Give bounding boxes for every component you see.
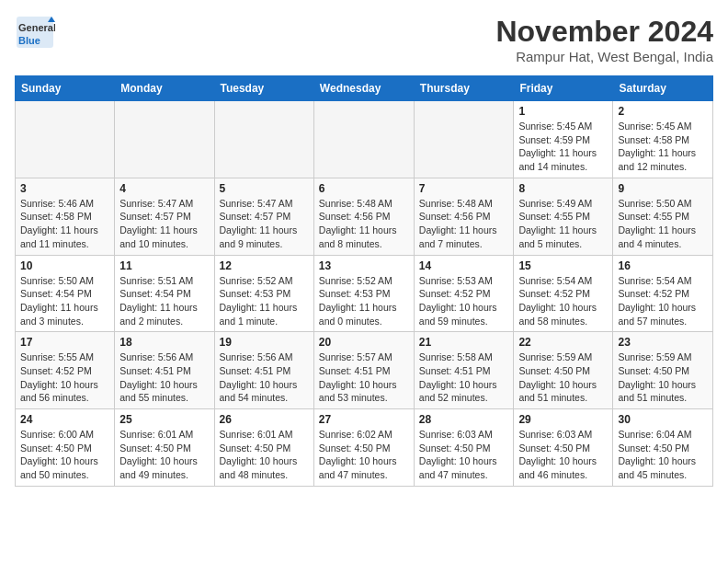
day-info: Sunrise: 6:04 AM Sunset: 4:50 PM Dayligh… bbox=[618, 428, 708, 482]
day-number: 14 bbox=[419, 259, 509, 272]
calendar-cell: 23Sunrise: 5:59 AM Sunset: 4:50 PM Dayli… bbox=[613, 332, 713, 409]
day-info: Sunrise: 6:01 AM Sunset: 4:50 PM Dayligh… bbox=[220, 428, 309, 482]
day-number: 23 bbox=[618, 336, 708, 349]
calendar-cell: 21Sunrise: 5:58 AM Sunset: 4:51 PM Dayli… bbox=[414, 332, 514, 409]
day-info: Sunrise: 6:02 AM Sunset: 4:50 PM Dayligh… bbox=[319, 428, 409, 482]
calendar-cell: 10Sunrise: 5:50 AM Sunset: 4:54 PM Dayli… bbox=[16, 255, 115, 332]
day-number: 4 bbox=[119, 182, 209, 195]
col-header-wednesday: Wednesday bbox=[313, 76, 414, 101]
day-info: Sunrise: 5:55 AM Sunset: 4:52 PM Dayligh… bbox=[20, 350, 109, 405]
day-number: 12 bbox=[220, 259, 309, 272]
col-header-friday: Friday bbox=[514, 76, 613, 101]
day-info: Sunrise: 5:50 AM Sunset: 4:54 PM Dayligh… bbox=[20, 274, 109, 328]
day-number: 25 bbox=[119, 413, 209, 426]
day-number: 10 bbox=[20, 259, 109, 272]
day-info: Sunrise: 5:56 AM Sunset: 4:51 PM Dayligh… bbox=[220, 350, 309, 405]
calendar-cell: 20Sunrise: 5:57 AM Sunset: 4:51 PM Dayli… bbox=[313, 332, 414, 409]
day-info: Sunrise: 5:48 AM Sunset: 4:56 PM Dayligh… bbox=[319, 197, 409, 251]
day-number: 8 bbox=[518, 182, 608, 195]
col-header-tuesday: Tuesday bbox=[214, 76, 313, 101]
day-number: 28 bbox=[419, 413, 509, 426]
calendar-cell: 6Sunrise: 5:48 AM Sunset: 4:56 PM Daylig… bbox=[313, 178, 414, 255]
day-number: 2 bbox=[618, 105, 708, 118]
calendar-cell: 8Sunrise: 5:49 AM Sunset: 4:55 PM Daylig… bbox=[514, 178, 613, 255]
day-info: Sunrise: 5:59 AM Sunset: 4:50 PM Dayligh… bbox=[518, 350, 608, 405]
day-number: 11 bbox=[119, 259, 209, 272]
day-number: 30 bbox=[618, 413, 708, 426]
day-info: Sunrise: 5:52 AM Sunset: 4:53 PM Dayligh… bbox=[319, 274, 409, 328]
calendar-week-row: 1Sunrise: 5:45 AM Sunset: 4:59 PM Daylig… bbox=[16, 101, 713, 178]
calendar-cell: 19Sunrise: 5:56 AM Sunset: 4:51 PM Dayli… bbox=[214, 332, 313, 409]
day-info: Sunrise: 5:57 AM Sunset: 4:51 PM Dayligh… bbox=[319, 350, 409, 405]
calendar-cell: 5Sunrise: 5:47 AM Sunset: 4:57 PM Daylig… bbox=[214, 178, 313, 255]
col-header-thursday: Thursday bbox=[414, 76, 514, 101]
day-info: Sunrise: 5:54 AM Sunset: 4:52 PM Dayligh… bbox=[618, 274, 708, 328]
calendar-body: 1Sunrise: 5:45 AM Sunset: 4:59 PM Daylig… bbox=[16, 101, 713, 487]
day-info: Sunrise: 5:50 AM Sunset: 4:55 PM Dayligh… bbox=[618, 197, 708, 251]
day-number: 21 bbox=[419, 336, 509, 349]
day-number: 5 bbox=[220, 182, 309, 195]
calendar-cell: 7Sunrise: 5:48 AM Sunset: 4:56 PM Daylig… bbox=[414, 178, 514, 255]
page-header: General Blue November 2024 Rampur Hat, W… bbox=[15, 15, 713, 64]
logo: General Blue bbox=[15, 15, 55, 50]
day-number: 17 bbox=[20, 336, 109, 349]
day-number: 3 bbox=[20, 182, 109, 195]
calendar-cell: 16Sunrise: 5:54 AM Sunset: 4:52 PM Dayli… bbox=[613, 255, 713, 332]
calendar-cell: 3Sunrise: 5:46 AM Sunset: 4:58 PM Daylig… bbox=[16, 178, 115, 255]
day-number: 24 bbox=[20, 413, 109, 426]
day-number: 7 bbox=[419, 182, 509, 195]
day-info: Sunrise: 5:59 AM Sunset: 4:50 PM Dayligh… bbox=[618, 350, 708, 405]
calendar-header-row: SundayMondayTuesdayWednesdayThursdayFrid… bbox=[16, 76, 713, 101]
day-info: Sunrise: 6:00 AM Sunset: 4:50 PM Dayligh… bbox=[20, 428, 109, 482]
day-number: 27 bbox=[319, 413, 409, 426]
day-number: 22 bbox=[518, 336, 608, 349]
calendar-week-row: 10Sunrise: 5:50 AM Sunset: 4:54 PM Dayli… bbox=[16, 255, 713, 332]
day-info: Sunrise: 6:03 AM Sunset: 4:50 PM Dayligh… bbox=[419, 428, 509, 482]
calendar-cell: 12Sunrise: 5:52 AM Sunset: 4:53 PM Dayli… bbox=[214, 255, 313, 332]
day-info: Sunrise: 5:45 AM Sunset: 4:58 PM Dayligh… bbox=[618, 120, 708, 174]
location-subtitle: Rampur Hat, West Bengal, India bbox=[495, 49, 713, 64]
calendar-cell: 2Sunrise: 5:45 AM Sunset: 4:58 PM Daylig… bbox=[613, 101, 713, 178]
day-number: 26 bbox=[220, 413, 309, 426]
day-info: Sunrise: 5:49 AM Sunset: 4:55 PM Dayligh… bbox=[518, 197, 608, 251]
calendar-cell: 22Sunrise: 5:59 AM Sunset: 4:50 PM Dayli… bbox=[514, 332, 613, 409]
calendar-cell: 25Sunrise: 6:01 AM Sunset: 4:50 PM Dayli… bbox=[115, 409, 214, 487]
day-info: Sunrise: 5:52 AM Sunset: 4:53 PM Dayligh… bbox=[220, 274, 309, 328]
day-info: Sunrise: 6:01 AM Sunset: 4:50 PM Dayligh… bbox=[119, 428, 209, 482]
logo-icon: General Blue bbox=[15, 15, 55, 50]
day-number: 9 bbox=[618, 182, 708, 195]
day-info: Sunrise: 5:53 AM Sunset: 4:52 PM Dayligh… bbox=[419, 274, 509, 328]
calendar-week-row: 17Sunrise: 5:55 AM Sunset: 4:52 PM Dayli… bbox=[16, 332, 713, 409]
col-header-monday: Monday bbox=[115, 76, 214, 101]
day-number: 13 bbox=[319, 259, 409, 272]
month-title: November 2024 bbox=[495, 15, 713, 49]
calendar-cell: 13Sunrise: 5:52 AM Sunset: 4:53 PM Dayli… bbox=[313, 255, 414, 332]
calendar-week-row: 3Sunrise: 5:46 AM Sunset: 4:58 PM Daylig… bbox=[16, 178, 713, 255]
day-info: Sunrise: 5:56 AM Sunset: 4:51 PM Dayligh… bbox=[119, 350, 209, 405]
calendar-cell: 17Sunrise: 5:55 AM Sunset: 4:52 PM Dayli… bbox=[16, 332, 115, 409]
col-header-sunday: Sunday bbox=[16, 76, 115, 101]
title-block: November 2024 Rampur Hat, West Bengal, I… bbox=[495, 15, 713, 64]
day-info: Sunrise: 5:46 AM Sunset: 4:58 PM Dayligh… bbox=[20, 197, 109, 251]
day-number: 6 bbox=[319, 182, 409, 195]
calendar-cell: 26Sunrise: 6:01 AM Sunset: 4:50 PM Dayli… bbox=[214, 409, 313, 487]
day-info: Sunrise: 5:54 AM Sunset: 4:52 PM Dayligh… bbox=[518, 274, 608, 328]
day-info: Sunrise: 5:51 AM Sunset: 4:54 PM Dayligh… bbox=[119, 274, 209, 328]
day-info: Sunrise: 5:48 AM Sunset: 4:56 PM Dayligh… bbox=[419, 197, 509, 251]
calendar-cell: 4Sunrise: 5:47 AM Sunset: 4:57 PM Daylig… bbox=[115, 178, 214, 255]
calendar-cell: 18Sunrise: 5:56 AM Sunset: 4:51 PM Dayli… bbox=[115, 332, 214, 409]
calendar-cell: 27Sunrise: 6:02 AM Sunset: 4:50 PM Dayli… bbox=[313, 409, 414, 487]
day-number: 16 bbox=[618, 259, 708, 272]
calendar-cell: 11Sunrise: 5:51 AM Sunset: 4:54 PM Dayli… bbox=[115, 255, 214, 332]
calendar-cell bbox=[115, 101, 214, 178]
day-info: Sunrise: 6:03 AM Sunset: 4:50 PM Dayligh… bbox=[518, 428, 608, 482]
calendar-cell: 14Sunrise: 5:53 AM Sunset: 4:52 PM Dayli… bbox=[414, 255, 514, 332]
svg-text:Blue: Blue bbox=[18, 35, 40, 46]
calendar-cell: 9Sunrise: 5:50 AM Sunset: 4:55 PM Daylig… bbox=[613, 178, 713, 255]
day-info: Sunrise: 5:47 AM Sunset: 4:57 PM Dayligh… bbox=[119, 197, 209, 251]
day-number: 19 bbox=[220, 336, 309, 349]
calendar-cell bbox=[313, 101, 414, 178]
col-header-saturday: Saturday bbox=[613, 76, 713, 101]
day-info: Sunrise: 5:45 AM Sunset: 4:59 PM Dayligh… bbox=[518, 120, 608, 174]
day-number: 29 bbox=[518, 413, 608, 426]
